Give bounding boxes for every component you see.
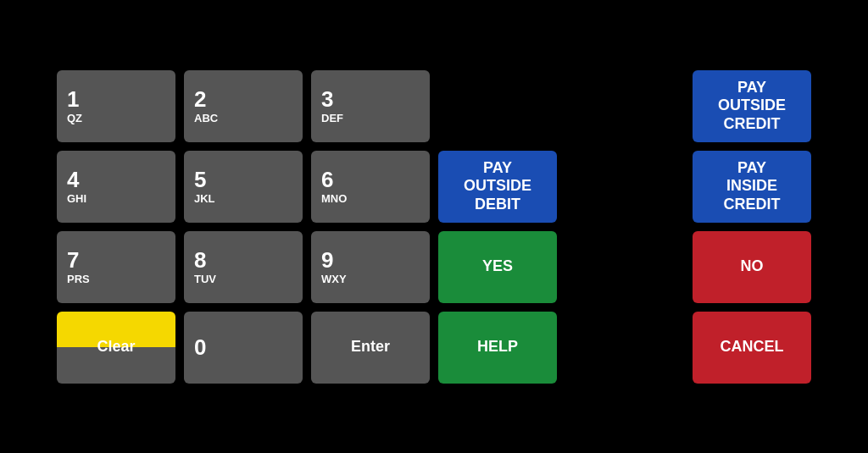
no-label: NO (741, 257, 764, 276)
yes-label: YES (482, 257, 513, 276)
key-9[interactable]: 9 WXY (311, 231, 430, 303)
pay-inside-credit-label: PAYINSIDECREDIT (724, 159, 781, 214)
pay-outside-credit-button[interactable]: PAYOUTSIDECREDIT (693, 70, 811, 142)
clear-button[interactable]: Clear (57, 312, 175, 384)
key-5-sub: JKL (194, 192, 215, 205)
spacer-1 (438, 70, 557, 142)
key-7[interactable]: 7 PRS (57, 231, 175, 303)
key-6[interactable]: 6 MNO (311, 151, 430, 223)
clear-label: Clear (97, 338, 135, 356)
key-5[interactable]: 5 JKL (184, 151, 303, 223)
spacer-4 (565, 231, 684, 303)
key-3-num: 3 (321, 88, 333, 110)
key-3-sub: DEF (321, 112, 343, 124)
help-button[interactable]: HELP (438, 312, 557, 384)
cancel-button[interactable]: CANCEL (693, 312, 811, 384)
keypad: 1 QZ 2 ABC 3 DEF PAYOUTSIDECREDIT 4 GHI … (40, 53, 828, 401)
key-7-sub: PRS (67, 273, 90, 285)
key-2[interactable]: 2 ABC (184, 70, 303, 142)
pay-outside-debit-label: PAYOUTSIDEDEBIT (464, 159, 531, 214)
spacer-3 (565, 151, 684, 223)
key-9-num: 9 (321, 249, 333, 271)
key-2-num: 2 (194, 88, 206, 110)
no-button[interactable]: NO (693, 231, 811, 303)
cancel-label: CANCEL (721, 338, 784, 356)
key-8[interactable]: 8 TUV (184, 231, 303, 303)
key-8-sub: TUV (194, 273, 216, 285)
spacer-2 (565, 70, 684, 142)
yes-button[interactable]: YES (438, 231, 557, 303)
key-9-sub: WXY (321, 273, 347, 285)
enter-button[interactable]: Enter (311, 312, 430, 384)
key-1[interactable]: 1 QZ (57, 70, 175, 142)
key-1-sub: QZ (67, 112, 82, 124)
key-2-sub: ABC (194, 112, 218, 124)
key-6-num: 6 (321, 168, 333, 191)
key-3[interactable]: 3 DEF (311, 70, 430, 142)
pay-inside-credit-button[interactable]: PAYINSIDECREDIT (693, 151, 811, 223)
pay-outside-credit-label: PAYOUTSIDECREDIT (718, 79, 786, 134)
key-4[interactable]: 4 GHI (57, 151, 175, 223)
key-5-num: 5 (194, 168, 206, 191)
key-1-num: 1 (67, 88, 79, 110)
key-0[interactable]: 0 (184, 312, 303, 384)
key-8-num: 8 (194, 249, 206, 271)
enter-label: Enter (351, 338, 390, 356)
key-6-sub: MNO (321, 192, 347, 205)
key-7-num: 7 (67, 249, 79, 271)
spacer-5 (565, 312, 684, 384)
key-4-sub: GHI (67, 192, 86, 205)
key-0-num: 0 (194, 336, 206, 358)
pay-outside-debit-button[interactable]: PAYOUTSIDEDEBIT (438, 151, 557, 223)
key-4-num: 4 (67, 168, 79, 191)
help-label: HELP (477, 338, 518, 356)
